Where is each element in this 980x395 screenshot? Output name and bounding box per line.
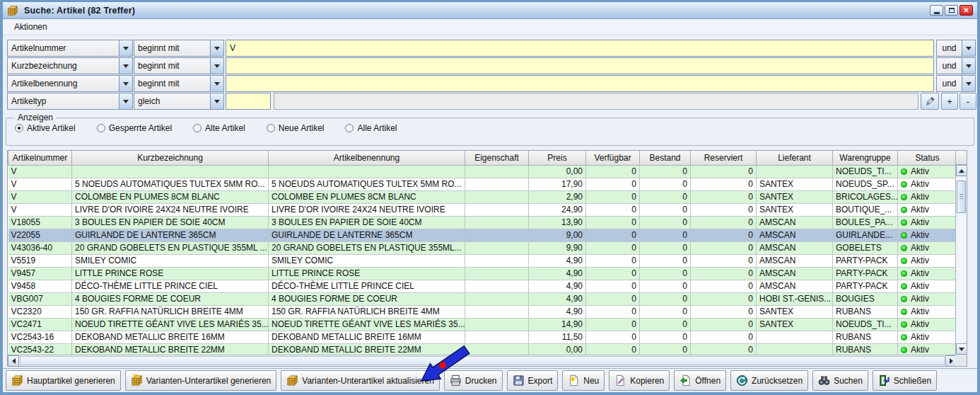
cell-kurz: 3 BOULES EN PAPIER DE SOIE 40CM — [72, 216, 269, 229]
radio-alte-artikel[interactable]: Alte Artikel — [193, 123, 245, 133]
table-row[interactable]: VLIVRE D'OR IVOIRE 24X24 NEUTRE IVOIRELI… — [8, 203, 957, 216]
chevron-down-icon[interactable] — [210, 40, 223, 56]
varianten-unterartikel-aktualisieren-button[interactable]: Varianten-Unterartikel aktualisieren — [281, 370, 440, 391]
column-header-reserviert[interactable]: Reserviert — [691, 151, 757, 165]
minimize-button[interactable] — [930, 5, 943, 16]
cell-eig — [465, 267, 529, 280]
table-row[interactable]: V9457LITTLE PRINCE ROSELITTLE PRINCE ROS… — [8, 267, 957, 280]
menu-aktionen[interactable]: Aktionen — [10, 21, 52, 33]
artikelnummer-value-input[interactable] — [226, 40, 934, 57]
column-header-preis[interactable]: Preis — [529, 151, 586, 165]
chevron-down-icon[interactable] — [962, 40, 975, 56]
cell-lief: AMSCAN — [757, 267, 833, 280]
chevron-down-icon[interactable] — [962, 76, 975, 91]
kurzbezeichnung-field-select[interactable]: Kurzbezeichnung — [7, 57, 133, 74]
scroll-up-button[interactable] — [956, 165, 967, 176]
cell-preis: 14,90 — [529, 318, 586, 331]
export-button[interactable]: Export — [507, 370, 559, 391]
drucken-button[interactable]: Drucken — [444, 370, 503, 391]
column-header-verfuegbar[interactable]: Verfügbar — [586, 151, 640, 165]
table-row[interactable]: V22055GUIRLANDE DE LANTERNE 365CMGUIRLAN… — [8, 229, 957, 241]
vertical-scroll-thumb[interactable] — [957, 181, 966, 213]
cell-gruppe: NOEUDS_TI... — [833, 165, 898, 178]
table-row[interactable]: V9458DÉCO-THÈME LITTLE PRINCE CIELDÉCO-T… — [8, 280, 957, 292]
scrollbar-corner-top — [955, 151, 967, 165]
kurzbezeichnung-value-input[interactable] — [226, 57, 934, 74]
column-header-warengruppe[interactable]: Warengruppe — [833, 151, 898, 165]
varianten-unterartikel-generieren-button[interactable]: Varianten-Unterartikel generieren — [125, 370, 277, 391]
cell-eig — [465, 165, 529, 178]
remove-filter-button[interactable]: - — [959, 93, 976, 110]
column-header-artikelbenennung[interactable]: Artikelbenennung — [269, 151, 465, 165]
close-button[interactable]: ✕ — [959, 5, 973, 16]
zuruecksetzen-button[interactable]: Zurücksetzen — [730, 370, 808, 391]
table-row[interactable]: V0,00000NOEUDS_TI...Aktiv — [8, 165, 957, 178]
table-row[interactable]: V43036-4020 GRAND GOBELETS EN PLASTIQUE … — [8, 241, 957, 254]
connector-1-select[interactable]: und — [936, 40, 976, 57]
column-header-status[interactable]: Status — [898, 151, 957, 165]
chevron-down-icon[interactable] — [119, 58, 132, 74]
column-header-lieferant[interactable]: Lieferant — [757, 151, 833, 165]
clear-filter-button[interactable] — [921, 93, 939, 110]
connector-3-select[interactable]: und — [936, 75, 976, 92]
status-active-dot-icon — [901, 207, 907, 213]
artikelnummer-field-select[interactable]: Artikelnummer — [7, 40, 133, 57]
vertical-scrollbar[interactable] — [955, 165, 967, 355]
artikeltyp-secondary-field[interactable] — [274, 93, 918, 110]
chevron-down-icon[interactable] — [210, 76, 223, 91]
horizontal-scrollbar[interactable] — [8, 355, 957, 366]
radio-aktive-artikel[interactable]: Aktive Artikel — [15, 123, 76, 133]
chevron-down-icon[interactable] — [119, 76, 132, 91]
cell-num: VC2543-16 — [8, 331, 72, 343]
table-row[interactable]: V5 NOEUDS AUTOMATIQUES TULTEX 5MM RO...5… — [8, 178, 957, 190]
artikelbenennung-value-input[interactable] — [226, 75, 934, 92]
artikeltyp-field-select[interactable]: Artikeltyp — [7, 93, 133, 110]
artikeltyp-value-input[interactable] — [226, 93, 271, 110]
column-header-kurzbezeichnung[interactable]: Kurzbezeichnung — [72, 151, 269, 165]
kurzbezeichnung-operator-select[interactable]: beginnt mit — [134, 57, 224, 74]
maximize-button[interactable] — [945, 5, 958, 16]
cell-eig — [465, 190, 529, 203]
column-header-artikelnummer[interactable]: Artikelnummer — [8, 151, 72, 165]
table-row[interactable]: VC2320150 GR. RAFFIA NATÜRLICH BREITE 4M… — [8, 305, 957, 318]
reset-icon — [736, 374, 748, 387]
titlebar[interactable]: Suche: Artikel (82 Treffer) ✕ — [3, 2, 977, 19]
chevron-down-icon[interactable] — [962, 58, 975, 74]
table-row[interactable]: VCOLOMBE EN PLUMES 8CM BLANCCOLOMBE EN P… — [8, 190, 957, 203]
column-header-bestand[interactable]: Bestand — [640, 151, 691, 165]
table-row[interactable]: V5519SMILEY COMICSMILEY COMIC4,90000AMSC… — [8, 254, 957, 267]
connector-2-select[interactable]: und — [936, 57, 976, 74]
radio-gesperrte-artikel[interactable]: Gesperrte Artikel — [97, 123, 172, 133]
oeffnen-button[interactable]: Öffnen — [674, 370, 726, 391]
filter-row-3: Artikelbenennung beginnt mit und — [3, 75, 977, 93]
chevron-down-icon[interactable] — [119, 93, 132, 109]
status-label: Aktiv — [911, 166, 929, 176]
add-filter-button[interactable]: + — [941, 93, 958, 110]
artikelbenennung-field-select[interactable]: Artikelbenennung — [7, 75, 133, 92]
artikelnummer-operator-select[interactable]: beginnt mit — [134, 40, 224, 57]
chevron-down-icon[interactable] — [210, 93, 223, 109]
cell-kurz: SMILEY COMIC — [72, 254, 269, 267]
artikelbenennung-operator-select[interactable]: beginnt mit — [134, 75, 224, 92]
suchen-button[interactable]: Suchen — [812, 370, 868, 391]
radio-alle-artikel[interactable]: Alle Artikel — [345, 123, 397, 133]
scroll-down-button[interactable] — [956, 343, 967, 355]
radio-neue-artikel[interactable]: Neue Artikel — [267, 123, 325, 133]
table-row[interactable]: VC2543-16DEKOBAND METALLIC BREITE 16MMDE… — [8, 331, 957, 343]
horizontal-scroll-thumb[interactable] — [20, 356, 945, 365]
table-row[interactable]: VBG0074 BOUGIES FORME DE COEUR4 BOUGIES … — [8, 292, 957, 305]
chevron-down-icon[interactable] — [210, 58, 223, 74]
column-header-eigenschaft[interactable]: Eigenschaft — [465, 151, 529, 165]
artikeltyp-operator-select[interactable]: gleich — [134, 93, 224, 110]
cell-best: 0 — [640, 305, 691, 318]
status-active-dot-icon — [901, 309, 907, 315]
hauptartikel-generieren-button[interactable]: Hauptartikel generieren — [6, 370, 121, 391]
chevron-down-icon[interactable] — [119, 40, 132, 56]
table-row[interactable]: VC2471NOEUD TIRETTE GÉANT VIVE LES MARIÉ… — [8, 318, 957, 331]
kopieren-button[interactable]: Kopieren — [609, 370, 670, 391]
cell-res: 0 — [691, 305, 757, 318]
table-row[interactable]: V180553 BOULES EN PAPIER DE SOIE 40CM3 B… — [8, 216, 957, 229]
scroll-left-button[interactable] — [8, 355, 19, 367]
neu-button[interactable]: Neu — [562, 370, 605, 391]
schliessen-button[interactable]: Schließen — [873, 370, 937, 391]
